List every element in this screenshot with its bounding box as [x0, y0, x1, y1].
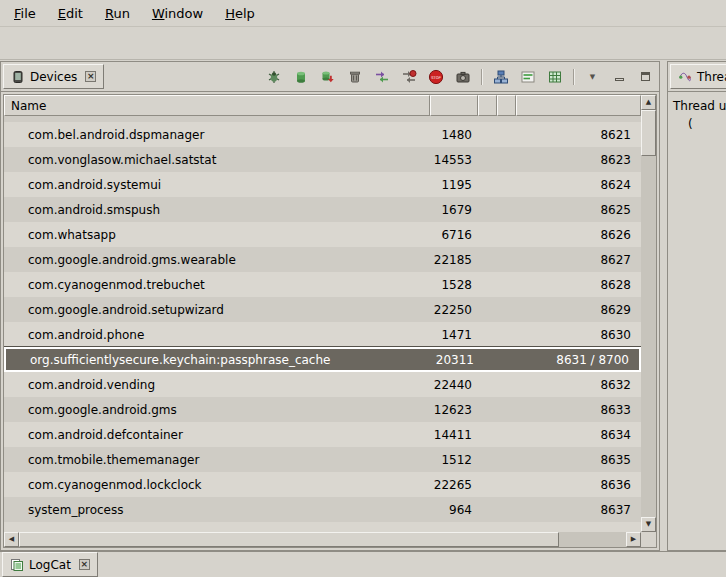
- column-header-name[interactable]: Name: [4, 95, 430, 116]
- table-row[interactable]: com.android.smspush16798625: [4, 197, 641, 222]
- device-icon: [11, 70, 25, 84]
- table-row[interactable]: com.vonglasow.michael.satstat145538623: [4, 147, 641, 172]
- devices-toolbar: STOP ▼: [264, 67, 659, 86]
- table-row[interactable]: com.google.android.setupwizard222508629: [4, 297, 641, 322]
- threads-icon: [678, 70, 692, 84]
- close-icon[interactable]: ×: [79, 559, 90, 570]
- scroll-up-button[interactable]: ▲: [641, 95, 656, 110]
- devices-panel-body: Name com.bel.android.dspmanager14808621 …: [1, 92, 659, 550]
- menu-window[interactable]: Window: [142, 2, 213, 25]
- vertical-scrollbar[interactable]: ▲ ▼: [641, 95, 656, 532]
- opengl-trace-icon[interactable]: [545, 67, 564, 86]
- table-row[interactable]: com.bel.android.dspmanager14808621: [4, 122, 641, 147]
- menu-run[interactable]: Run: [95, 2, 140, 25]
- screen-capture-icon[interactable]: [453, 67, 472, 86]
- maximize-icon[interactable]: [636, 69, 654, 85]
- toolbar-separator: [481, 69, 482, 85]
- column-header-blank1[interactable]: [478, 95, 497, 116]
- process-table: Name com.bel.android.dspmanager14808621 …: [3, 94, 657, 548]
- scroll-right-button[interactable]: ▶: [626, 532, 641, 547]
- threads-message-line2: (: [688, 117, 693, 131]
- systrace-icon[interactable]: [518, 67, 537, 86]
- horizontal-scrollbar[interactable]: ◀ ▶: [4, 532, 641, 547]
- tab-devices[interactable]: Devices ×: [3, 64, 104, 89]
- horizontal-scrollbar-thumb[interactable]: [19, 532, 559, 547]
- svg-text:STOP: STOP: [431, 75, 441, 79]
- menu-file[interactable]: File: [4, 2, 46, 25]
- table-row[interactable]: com.android.phone14718630: [4, 322, 641, 347]
- table-row[interactable]: com.android.defcontainer144118634: [4, 422, 641, 447]
- table-row[interactable]: com.cyanogenmod.lockclock222658636: [4, 472, 641, 497]
- tab-logcat-label: LogCat: [29, 558, 71, 572]
- table-row[interactable]: com.whatsapp67168626: [4, 222, 641, 247]
- main-area: Devices ×: [0, 61, 726, 551]
- close-icon[interactable]: ×: [85, 71, 96, 82]
- tab-logcat[interactable]: LogCat ×: [2, 552, 98, 577]
- threads-message-line1: Thread up: [673, 99, 726, 113]
- method-profiling-icon[interactable]: [399, 67, 418, 86]
- scrollbar-corner: [641, 532, 656, 547]
- table-row[interactable]: com.cyanogenmod.trebuchet15288628: [4, 272, 641, 297]
- bottom-tab-bar: LogCat ×: [0, 551, 726, 577]
- logcat-icon: [10, 558, 24, 572]
- application-window: File Edit Run Window Help Devices ×: [0, 0, 726, 577]
- threads-panel-header: Threads: [668, 62, 726, 92]
- tab-devices-label: Devices: [30, 70, 77, 84]
- view-hierarchy-icon[interactable]: [491, 67, 510, 86]
- column-header-pid[interactable]: [430, 95, 478, 116]
- table-row[interactable]: com.google.android.gms.wearable221858627: [4, 247, 641, 272]
- horizontal-scrollbar-track[interactable]: [559, 532, 626, 547]
- scroll-down-button[interactable]: ▼: [641, 517, 656, 532]
- table-row[interactable]: system_process9648637: [4, 497, 641, 522]
- column-header-port[interactable]: [516, 95, 641, 116]
- view-menu-icon[interactable]: ▼: [583, 67, 602, 86]
- table-row[interactable]: com.tmobile.thememanager15128635: [4, 447, 641, 472]
- table-row-selected[interactable]: org.sufficientlysecure.keychain:passphra…: [4, 347, 641, 372]
- table-row[interactable]: com.google.android.gms126238633: [4, 397, 641, 422]
- stop-process-icon[interactable]: STOP: [426, 67, 445, 86]
- scroll-left-button[interactable]: ◀: [4, 532, 19, 547]
- tab-threads-label: Threads: [697, 70, 726, 84]
- table-header: Name: [4, 95, 641, 116]
- table-row[interactable]: com.android.systemui11958624: [4, 172, 641, 197]
- toolbar-separator: [573, 69, 574, 85]
- dump-hprof-icon[interactable]: [318, 67, 337, 86]
- threads-panel-body: Thread up (: [668, 92, 726, 550]
- minimize-icon[interactable]: [610, 69, 628, 85]
- update-heap-icon[interactable]: [291, 67, 310, 86]
- menu-edit[interactable]: Edit: [48, 2, 93, 25]
- debug-process-icon[interactable]: [264, 67, 283, 86]
- table-row[interactable]: com.android.vending224408632: [4, 372, 641, 397]
- column-header-blank2[interactable]: [497, 95, 516, 116]
- cause-gc-icon[interactable]: [345, 67, 364, 86]
- threads-panel: Threads Thread up (: [667, 61, 726, 551]
- panel-sash[interactable]: [660, 61, 667, 551]
- update-threads-icon[interactable]: [372, 67, 391, 86]
- vertical-scrollbar-thumb[interactable]: [641, 110, 656, 156]
- devices-panel-header: Devices ×: [1, 62, 659, 92]
- menu-bar: File Edit Run Window Help: [0, 0, 726, 27]
- tab-threads[interactable]: Threads: [670, 64, 726, 89]
- main-toolbar: [0, 27, 726, 60]
- vertical-scrollbar-track[interactable]: [641, 156, 656, 517]
- devices-panel: Devices ×: [0, 61, 660, 551]
- menu-help[interactable]: Help: [215, 2, 265, 25]
